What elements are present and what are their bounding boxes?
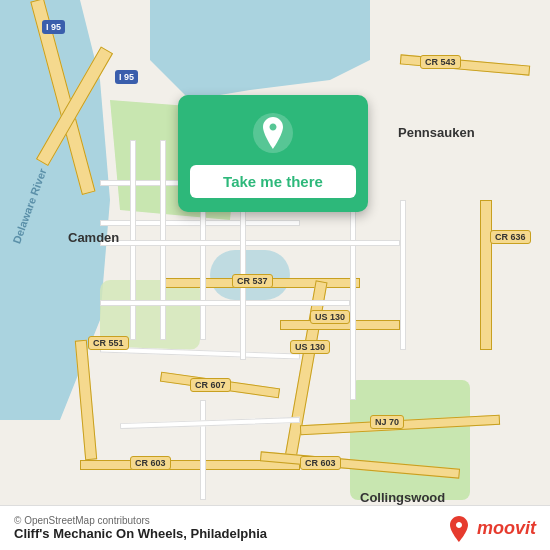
moovit-text: moovit: [477, 518, 536, 539]
i95-badge-2: I 95: [115, 70, 138, 84]
cr603-badge-1: CR 603: [130, 456, 171, 470]
moovit-icon: [445, 514, 473, 542]
local-road-12: [200, 400, 206, 500]
cr551-badge: CR 551: [88, 336, 129, 350]
us130-badge-1: US 130: [310, 310, 350, 324]
bottom-bar: © OpenStreetMap contributors Cliff's Mec…: [0, 505, 550, 550]
nj70-badge: NJ 70: [370, 415, 404, 429]
road-cr636: [480, 200, 492, 350]
camden-label: Camden: [68, 230, 119, 245]
local-road-9: [400, 200, 406, 350]
popup-card: Take me there: [178, 95, 368, 212]
location-pin-icon: [251, 111, 295, 155]
local-road-6: [100, 300, 350, 306]
cr537-badge: CR 537: [232, 274, 273, 288]
attribution-text: © OpenStreetMap contributors: [14, 515, 267, 526]
park-collingswood: [350, 380, 470, 500]
local-road-10: [100, 240, 400, 246]
collingswood-label: Collingswood: [360, 490, 445, 505]
place-name: Cliff's Mechanic On Wheels, Philadelphia: [14, 526, 267, 541]
pennsauken-label: Pennsauken: [398, 125, 475, 140]
bottom-info: © OpenStreetMap contributors Cliff's Mec…: [14, 515, 267, 541]
cr543-badge: CR 543: [420, 55, 461, 69]
map-container: I 95 I 95 CR 537 CR 551 CR 603 CR 603 CR…: [0, 0, 550, 550]
cr607-badge: CR 607: [190, 378, 231, 392]
cr603-badge-2: CR 603: [300, 456, 341, 470]
us130-badge-2: US 130: [290, 340, 330, 354]
local-road-8: [350, 200, 356, 400]
i95-badge-1: I 95: [42, 20, 65, 34]
cr636-badge: CR 636: [490, 230, 531, 244]
moovit-logo: moovit: [445, 514, 536, 542]
take-me-there-button[interactable]: Take me there: [190, 165, 356, 198]
